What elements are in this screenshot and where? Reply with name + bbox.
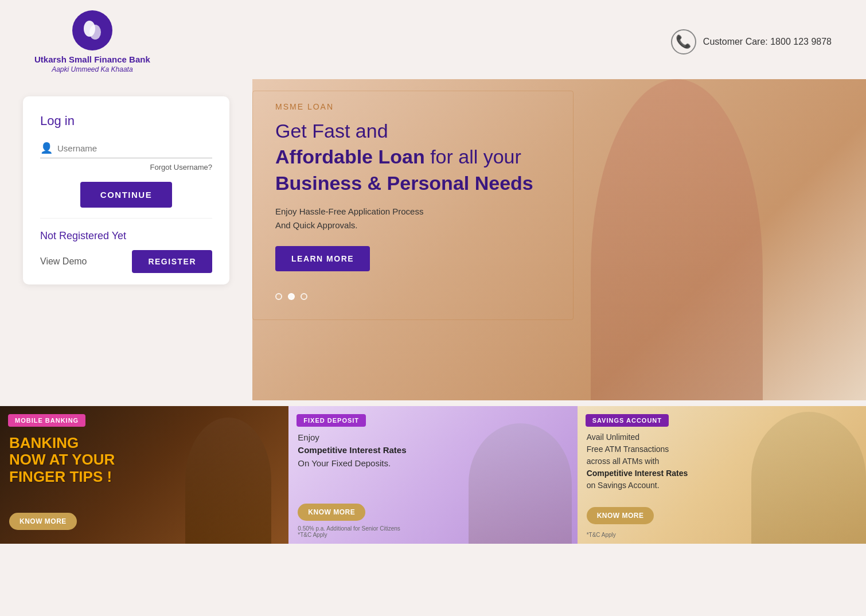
carousel-dot-2[interactable] — [288, 293, 295, 300]
bottom-cards: MOBILE BANKING BANKING NOW AT YOUR FINGE… — [0, 406, 866, 544]
carousel-dots — [275, 293, 562, 300]
mobile-banking-card: MOBILE BANKING BANKING NOW AT YOUR FINGE… — [0, 406, 288, 544]
username-input-group: 👤 — [40, 141, 212, 158]
bank-logo — [72, 10, 112, 50]
banner-section: MSME LOAN Get Fast and Affordable Loan f… — [252, 79, 866, 400]
savings-tnc: *T&C Apply — [587, 532, 616, 538]
mobile-person-decoration — [185, 418, 271, 544]
fd-know-more-button[interactable]: KNOW MORE — [298, 504, 365, 521]
user-icon: 👤 — [40, 142, 53, 154]
banner-description: Enjoy Hassle-Free Application Process An… — [275, 205, 562, 232]
forgot-username-link[interactable]: Forgot Username? — [40, 163, 212, 171]
not-registered-section: Not Registered Yet View Demo REGISTER — [40, 218, 212, 273]
login-section: Log in 👤 Forgot Username? CONTINUE Not R… — [0, 79, 252, 400]
bank-name: Utkarsh Small Finance Bank — [34, 54, 150, 65]
customer-care-info: 📞 Customer Care: 1800 123 9878 — [671, 29, 832, 54]
logo-area: Utkarsh Small Finance Bank Aapki Ummeed … — [34, 10, 150, 73]
view-demo-link[interactable]: View Demo — [40, 256, 87, 267]
banner-content: MSME LOAN Get Fast and Affordable Loan f… — [252, 79, 585, 318]
savings-card-text: Avail Unlimited Free ATM Transactions ac… — [578, 406, 697, 497]
savings-person-decoration — [751, 412, 866, 544]
svg-point-2 — [89, 25, 101, 40]
login-box: Log in 👤 Forgot Username? CONTINUE Not R… — [23, 96, 229, 284]
savings-know-more-button[interactable]: KNOW MORE — [587, 507, 654, 524]
mobile-card-heading: BANKING NOW AT YOUR FINGER TIPS ! — [9, 435, 115, 486]
carousel-dot-1[interactable] — [275, 293, 282, 300]
phone-icon: 📞 — [671, 29, 696, 54]
learn-more-button[interactable]: LEARN MORE — [275, 246, 370, 271]
fd-card-text: Enjoy Competitive Interest Rates On Your… — [288, 406, 415, 476]
savings-card-heading: Avail Unlimited Free ATM Transactions ac… — [587, 431, 688, 492]
fd-footnote: 0.50% p.a. Additional for Senior Citizen… — [298, 525, 400, 538]
mobile-know-more-button[interactable]: KNOW MORE — [9, 513, 77, 530]
fixed-deposit-card: FIXED DEPOSIT Enjoy Competitive Interest… — [288, 406, 577, 544]
fd-card-heading: Enjoy Competitive Interest Rates On Your… — [298, 431, 406, 470]
bank-tagline: Aapki Ummeed Ka Khaata — [52, 65, 132, 73]
main-content: Log in 👤 Forgot Username? CONTINUE Not R… — [0, 79, 866, 400]
fd-person-decoration — [469, 423, 572, 544]
register-row: View Demo REGISTER — [40, 250, 212, 273]
login-title: Log in — [40, 114, 212, 128]
customer-care-text: Customer Care: 1800 123 9878 — [703, 37, 832, 47]
page-header: Utkarsh Small Finance Bank Aapki Ummeed … — [0, 0, 866, 79]
msme-label: MSME LOAN — [275, 102, 562, 111]
not-registered-title: Not Registered Yet — [40, 230, 212, 242]
continue-button[interactable]: CONTINUE — [80, 182, 172, 208]
carousel-dot-3[interactable] — [301, 293, 307, 300]
register-button[interactable]: REGISTER — [132, 250, 212, 273]
mobile-card-text: BANKING NOW AT YOUR FINGER TIPS ! — [0, 406, 124, 492]
savings-account-card: SAVINGS ACCOUNT Avail Unlimited Free ATM… — [578, 406, 866, 544]
banner-heading: Get Fast and Affordable Loan for all you… — [275, 118, 562, 197]
username-input[interactable] — [57, 141, 212, 155]
